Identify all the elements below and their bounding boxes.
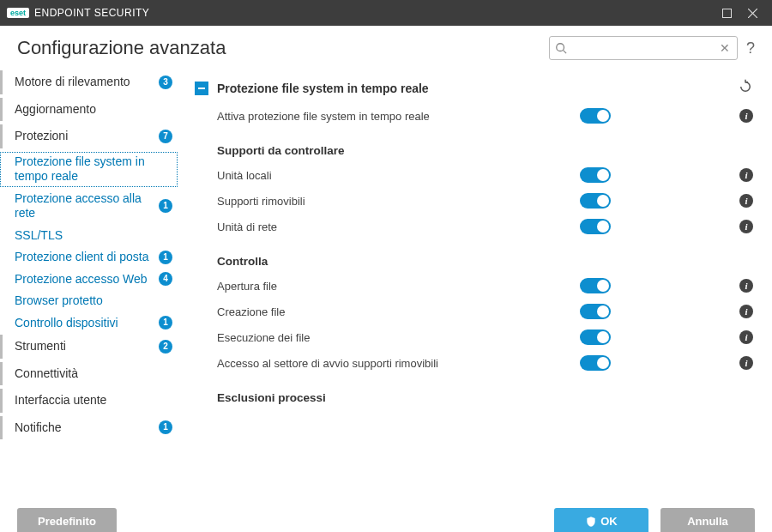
brand-text: ENDPOINT SECURITY: [34, 7, 149, 19]
setting-label: Apertura file: [217, 280, 580, 293]
sidebar-item-10[interactable]: Strumenti2: [0, 335, 178, 359]
scan-row-3: Accesso al settore di avvio supporti rim…: [188, 350, 760, 376]
sidebar-item-label: Protezione accesso alla rete: [15, 191, 154, 221]
svg-line-4: [564, 51, 567, 54]
media-toggle-2[interactable]: [580, 219, 611, 234]
sidebar-item-label: Notifiche: [15, 420, 154, 436]
scan-row-1: Creazione filei: [188, 299, 760, 324]
cancel-button[interactable]: Annulla: [660, 508, 755, 533]
media-toggle-1[interactable]: [580, 193, 611, 209]
scan-toggle-0[interactable]: [580, 278, 611, 293]
count-badge: 2: [159, 340, 172, 354]
info-icon[interactable]: i: [739, 220, 753, 233]
setting-enable-realtime: Attiva protezione file system in tempo r…: [188, 103, 760, 129]
info-icon[interactable]: i: [739, 168, 753, 182]
ok-button[interactable]: OK: [554, 508, 648, 533]
sidebar-item-9[interactable]: Controllo dispositivi1: [0, 313, 178, 334]
info-icon[interactable]: i: [739, 109, 753, 123]
minus-icon: [198, 88, 205, 89]
sidebar-item-label: Motore di rilevamento: [15, 75, 154, 90]
undo-icon: [738, 79, 753, 94]
sidebar-item-3[interactable]: Protezione file system in tempo reale: [0, 152, 178, 187]
footer: Predefinito OK Annulla: [0, 496, 772, 532]
sidebar-item-4[interactable]: Protezione accesso alla rete1: [0, 189, 178, 224]
info-icon[interactable]: i: [739, 279, 753, 293]
sidebar-item-2[interactable]: Protezioni7: [0, 124, 178, 148]
count-badge: 1: [159, 251, 172, 264]
count-badge: 1: [159, 420, 172, 434]
ok-label: OK: [600, 515, 618, 528]
sidebar-item-label: Protezione file system in tempo reale: [15, 154, 172, 184]
setting-label: Creazione file: [217, 305, 580, 318]
page-title: Configurazione avanzata: [17, 37, 549, 59]
search-icon: [555, 42, 567, 54]
toggle-enable-realtime[interactable]: [580, 108, 611, 124]
search-box[interactable]: ✕: [549, 36, 738, 60]
scan-toggle-3[interactable]: [580, 355, 611, 371]
brand-logo: eset ENDPOINT SECURITY: [7, 7, 149, 19]
sidebar-item-label: Protezione accesso Web: [15, 272, 154, 287]
content-scroll[interactable]: Protezione file system in tempo reale At…: [184, 67, 760, 496]
sidebar-item-7[interactable]: Protezione accesso Web4: [0, 269, 178, 290]
info-icon[interactable]: i: [739, 330, 753, 344]
window-maximize-button[interactable]: [714, 0, 739, 26]
header: Configurazione avanzata ✕ ?: [0, 26, 772, 67]
setting-label: Unità di rete: [217, 221, 580, 233]
sidebar-item-1[interactable]: Aggiornamento: [0, 98, 178, 122]
svg-point-3: [557, 44, 564, 51]
sidebar-item-0[interactable]: Motore di rilevamento3: [0, 70, 178, 94]
scan-toggle-2[interactable]: [580, 329, 611, 345]
media-row-2: Unità di retei: [188, 214, 760, 239]
scan-toggle-1[interactable]: [580, 304, 611, 319]
info-icon[interactable]: i: [739, 305, 753, 318]
sidebar: Motore di rilevamento3AggiornamentoProte…: [0, 67, 184, 496]
sidebar-item-label: Interfaccia utente: [15, 393, 172, 408]
sidebar-item-label: Browser protetto: [15, 293, 172, 309]
setting-label: Supporti rimovibili: [217, 195, 580, 208]
content-pane: Protezione file system in tempo reale At…: [184, 67, 772, 496]
media-row-1: Supporti rimovibilii: [188, 188, 760, 214]
sidebar-item-13[interactable]: Notifiche1: [0, 416, 178, 440]
setting-label: Unità locali: [217, 169, 580, 182]
close-icon: [748, 9, 757, 18]
sidebar-item-label: SSL/TLS: [15, 228, 172, 244]
revert-button[interactable]: [738, 79, 753, 98]
count-badge: 3: [159, 76, 172, 89]
group-title-exclusions: Esclusioni processi: [188, 376, 760, 409]
setting-label: Attiva protezione file system in tempo r…: [217, 110, 580, 123]
titlebar: eset ENDPOINT SECURITY: [0, 0, 772, 26]
sidebar-item-label: Protezione client di posta: [15, 250, 154, 265]
count-badge: 7: [159, 130, 172, 143]
setting-label: Esecuzione dei file: [217, 331, 580, 344]
info-icon[interactable]: i: [739, 194, 753, 208]
default-button[interactable]: Predefinito: [17, 508, 117, 533]
setting-label: Accesso al settore di avvio supporti rim…: [217, 357, 580, 370]
media-toggle-0[interactable]: [580, 167, 611, 183]
sidebar-item-12[interactable]: Interfaccia utente: [0, 389, 178, 413]
help-button[interactable]: ?: [746, 39, 755, 57]
scan-row-2: Esecuzione dei filei: [188, 324, 760, 350]
sidebar-item-11[interactable]: Connettività: [0, 362, 178, 386]
sidebar-item-5[interactable]: SSL/TLS: [0, 226, 178, 246]
collapse-toggle[interactable]: [195, 82, 208, 95]
shield-icon: [585, 516, 597, 528]
sidebar-item-label: Connettività: [15, 366, 172, 382]
sidebar-item-label: Protezioni: [15, 129, 154, 144]
window-close-button[interactable]: [739, 0, 765, 26]
info-icon[interactable]: i: [739, 356, 753, 370]
sidebar-item-label: Controllo dispositivi: [15, 316, 154, 331]
group-title-media: Supporti da controllare: [188, 129, 760, 162]
sidebar-item-8[interactable]: Browser protetto: [0, 291, 178, 311]
sidebar-item-label: Aggiornamento: [15, 102, 172, 118]
count-badge: 4: [159, 272, 172, 286]
section-header: Protezione file system in tempo reale: [188, 74, 760, 103]
group-title-scan: Controlla: [188, 239, 760, 273]
svg-rect-0: [722, 9, 731, 17]
count-badge: 1: [159, 199, 172, 213]
media-row-0: Unità localii: [188, 162, 760, 188]
section-title: Protezione file system in tempo reale: [217, 82, 729, 95]
scan-row-0: Apertura filei: [188, 273, 760, 299]
sidebar-item-6[interactable]: Protezione client di posta1: [0, 247, 178, 268]
search-clear-button[interactable]: ✕: [718, 41, 732, 55]
search-input[interactable]: [570, 37, 715, 59]
